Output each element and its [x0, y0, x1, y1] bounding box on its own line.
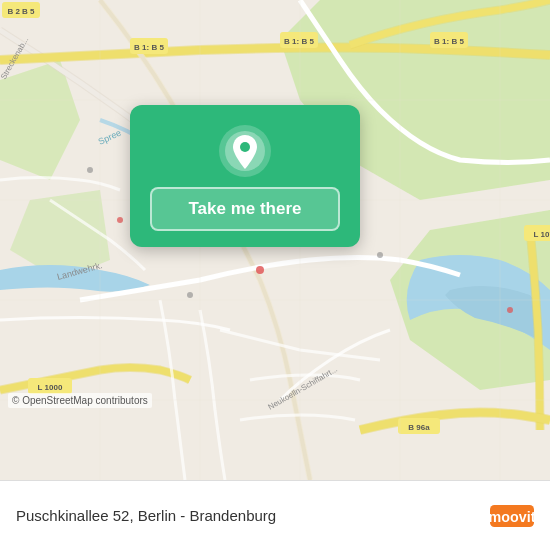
svg-text:B 1: B 5: B 1: B 5 [134, 43, 164, 52]
svg-point-25 [507, 307, 513, 313]
svg-text:L 1000: L 1000 [38, 383, 63, 392]
location-info: Puschkinallee 52, Berlin - Brandenburg [16, 507, 276, 524]
svg-point-23 [256, 266, 264, 274]
action-card: Take me there [130, 105, 360, 247]
svg-text:B 1: B 5: B 1: B 5 [284, 37, 314, 46]
svg-point-27 [87, 167, 93, 173]
svg-text:B 2 B 5: B 2 B 5 [7, 7, 35, 16]
svg-text:moovit: moovit [490, 508, 534, 524]
info-bar: Puschkinallee 52, Berlin - Brandenburg m… [0, 480, 550, 550]
location-address: Puschkinallee 52, Berlin - Brandenburg [16, 507, 276, 524]
moovit-icon: moovit [490, 501, 534, 531]
svg-point-41 [240, 142, 250, 152]
svg-text:B 1: B 5: B 1: B 5 [434, 37, 464, 46]
svg-point-26 [117, 217, 123, 223]
svg-text:B 96a: B 96a [408, 423, 430, 432]
svg-text:L 1075: L 1075 [534, 230, 550, 239]
svg-point-28 [187, 292, 193, 298]
svg-point-29 [377, 252, 383, 258]
location-pin-icon [219, 125, 271, 177]
moovit-logo: moovit [490, 501, 534, 531]
map-area: B 2 B 5 B 1: B 5 B 1: B 5 B 1: B 5 L 100… [0, 0, 550, 480]
map-attribution: © OpenStreetMap contributors [8, 393, 152, 408]
take-me-there-button[interactable]: Take me there [150, 187, 340, 231]
